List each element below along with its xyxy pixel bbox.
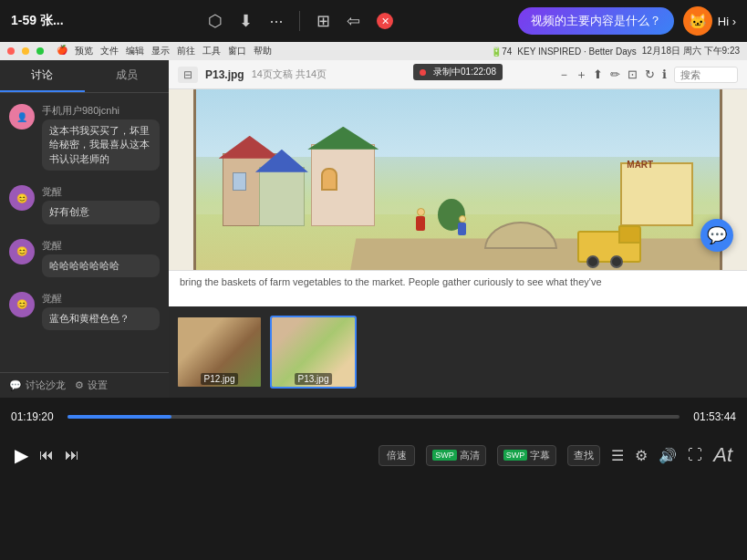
playlist-icon[interactable]: ☰ <box>611 447 624 464</box>
speed-button[interactable]: 倍速 <box>379 445 415 466</box>
hd-label: 高清 <box>460 449 480 462</box>
sky <box>196 89 720 157</box>
mac-dots <box>7 47 44 55</box>
menu-window[interactable]: 窗口 <box>228 45 246 57</box>
chat-fab-button[interactable]: 💬 <box>700 219 733 252</box>
subtitle-button[interactable]: SWP 字幕 <box>497 445 557 466</box>
tab-discussion[interactable]: 讨论 <box>0 60 85 92</box>
menu-edit[interactable]: 编辑 <box>126 45 144 57</box>
sidebar-bottom: 💬 讨论沙龙 ⚙ 设置 <box>0 372 169 398</box>
mac-status-bar: 🔋74 KEY INSPIRED · Better Days 12月18日 周六… <box>491 45 740 57</box>
find-button[interactable]: 查找 <box>567 445 600 466</box>
chat-item-3: 😊 觉醒 蓝色和黄橙色色？ <box>0 285 169 337</box>
zoom-out-btn[interactable]: － <box>558 67 570 83</box>
skip-next-button[interactable]: ⏭ <box>65 447 79 463</box>
text-content: bring the baskets of farm vegetables to … <box>169 270 747 306</box>
thumb-label-p12: P12.jpg <box>201 373 239 385</box>
end-time: 01:53:44 <box>689 410 736 423</box>
more-icon[interactable]: ··· <box>269 12 283 31</box>
divider <box>299 11 300 31</box>
char-body-2 <box>458 223 466 235</box>
viewer-tools: ⬆ ✏ ⊡ ↻ ℹ <box>593 67 738 83</box>
settings-icon[interactable]: ⚙ <box>635 447 648 464</box>
ai-button[interactable]: 视频的主要内容是什么？ <box>518 7 674 35</box>
building-4: MART <box>620 162 693 226</box>
char-head-1 <box>417 208 425 216</box>
chat-bubble-2: 哈哈哈哈哈哈哈 <box>42 254 160 277</box>
record-time: 录制中01:22:08 <box>433 66 496 78</box>
exit-icon[interactable]: ⇦ <box>347 11 360 31</box>
zoom-in-btn[interactable]: ＋ <box>576 67 587 83</box>
char-head-2 <box>459 215 466 223</box>
pencil-tool-btn[interactable]: ✏ <box>610 67 620 81</box>
current-time: 01:19:20 <box>11 410 58 423</box>
rotate-tool-btn[interactable]: ↻ <box>645 67 655 81</box>
menu-apple[interactable]: 🍎 <box>57 45 67 57</box>
mac-menu-bar: 🍎 预览 文件 编辑 显示 前往 工具 窗口 帮助 🔋74 KEY INSPIR… <box>0 42 747 60</box>
thumb-p13[interactable]: P13.jpg <box>270 316 357 389</box>
mac-minimize-dot[interactable] <box>22 47 29 55</box>
grid-icon[interactable]: ⊞ <box>316 11 330 31</box>
chat-name-3: 觉醒 <box>42 292 160 306</box>
menu-file[interactable]: 文件 <box>100 45 119 57</box>
play-button[interactable]: ▶ <box>15 444 28 466</box>
image-viewer: MART <box>169 89 747 270</box>
chat-item-1: 😊 觉醒 好有创意 <box>0 178 169 231</box>
playback-controls: ▶ ⏮ ⏭ 倍速 SWP 高清 SWP 字幕 查找 ☰ ⚙ 🔊 ⛶ At <box>0 436 747 474</box>
avatar-0: 👤 <box>9 104 35 130</box>
swp-tag-hd: SWP <box>432 450 457 461</box>
chat-bubble-3: 蓝色和黄橙色色？ <box>42 307 160 330</box>
mac-fullscreen-dot[interactable] <box>36 47 44 55</box>
chat-bubble-1: 好有创意 <box>42 201 160 223</box>
skip-prev-button[interactable]: ⏮ <box>39 447 54 463</box>
building-3 <box>311 144 375 226</box>
pages-info: 14页文稿 共14页 <box>252 67 327 81</box>
chat-name-2: 觉醒 <box>42 239 160 253</box>
crop-tool-btn[interactable]: ⊡ <box>628 67 638 81</box>
fullscreen-icon[interactable]: ⛶ <box>688 447 702 463</box>
menu-help[interactable]: 帮助 <box>254 45 272 57</box>
menu-view[interactable]: 显示 <box>151 45 170 57</box>
char-2 <box>458 215 466 235</box>
tab-members[interactable]: 成员 <box>85 60 170 92</box>
sidebar-salon[interactable]: 💬 讨论沙龙 <box>9 379 66 392</box>
chat-list: 👤 手机用户980jcnhi 这本书我买买了，坏里给秘密，我最喜从这本书认识老师… <box>0 93 169 372</box>
subtitle-label: 字幕 <box>530 449 550 462</box>
avatar-1: 😊 <box>9 185 35 211</box>
progress-fill <box>67 415 171 419</box>
viewer-topbar: ⊟ P13.jpg 14页文稿 共14页 录制中01:22:08 － ＋ ⬆ ✏… <box>169 60 747 89</box>
thumb-p12[interactable]: P12.jpg <box>176 316 263 389</box>
menu-go[interactable]: 前往 <box>177 45 195 57</box>
avatar-area[interactable]: 🐱 Hi › <box>683 6 736 36</box>
top-icons: ⬡ ⬇ ··· ⊞ ⇦ ✕ <box>208 11 393 31</box>
thumb-label-p13: P13.jpg <box>295 373 333 385</box>
quality-button[interactable]: SWP 高清 <box>426 445 486 466</box>
sidebar-tabs: 讨论 成员 <box>0 60 169 93</box>
salon-icon: 💬 <box>9 379 22 391</box>
info-tool-btn[interactable]: ℹ <box>662 67 667 81</box>
truck-cab <box>618 225 641 244</box>
record-badge: 录制中01:22:08 <box>413 64 503 80</box>
sidebar-settings[interactable]: ⚙ 设置 <box>75 379 108 392</box>
view-mode-btn[interactable]: ⊟ <box>178 67 198 83</box>
menu-preview[interactable]: 预览 <box>75 45 93 57</box>
volume-icon[interactable]: 🔊 <box>659 447 677 464</box>
illustration: MART <box>193 89 722 270</box>
download-icon[interactable]: ⬇ <box>239 11 253 31</box>
datetime: 12月18日 周六 下午9:23 <box>642 45 740 57</box>
settings-icon: ⚙ <box>75 379 84 391</box>
search-input[interactable] <box>674 67 738 83</box>
share-tool-btn[interactable]: ⬆ <box>593 67 603 81</box>
mac-close-dot[interactable] <box>7 47 15 55</box>
menu-tools[interactable]: 工具 <box>202 45 221 57</box>
avatar-2: 😊 <box>9 239 35 264</box>
music-info: KEY INSPIRED · Better Days <box>517 47 636 57</box>
share-icon[interactable]: ⬡ <box>208 11 223 31</box>
zoom-controls: － ＋ ⬆ ✏ ⊡ ↻ ℹ <box>558 67 738 83</box>
close-icon[interactable]: ✕ <box>377 13 393 29</box>
hi-label: Hi › <box>718 15 736 28</box>
content-right: ⊟ P13.jpg 14页文稿 共14页 录制中01:22:08 － ＋ ⬆ ✏… <box>169 60 747 398</box>
battery-info: 🔋74 <box>491 47 512 57</box>
progress-bar[interactable] <box>67 415 680 419</box>
chat-name-1: 觉醒 <box>42 185 160 199</box>
